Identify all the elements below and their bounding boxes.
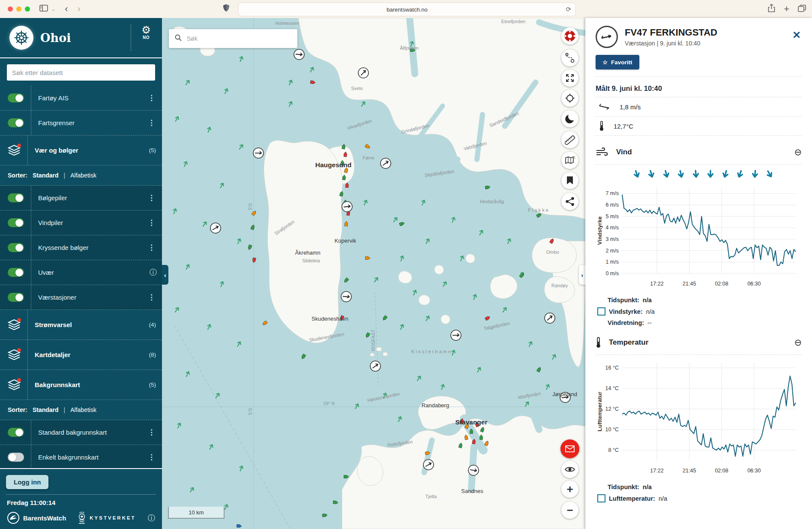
privacy-shield-icon[interactable] [223, 4, 230, 14]
sidebar-item-vindpiler[interactable]: Vindpiler⋮ [0, 210, 162, 235]
toggle-fartsgrenser[interactable] [8, 118, 24, 127]
temp-section-header: Temperatur ⊖ [596, 331, 802, 355]
temp-series-checkbox[interactable] [597, 494, 605, 502]
sidebar-item-enkelt-bakgrunnskart[interactable]: Enkelt bakgrunnskart⋮ [0, 445, 162, 470]
collapse-wind-icon[interactable]: ⊖ [794, 147, 802, 157]
weather-station-marker[interactable] [253, 148, 264, 158]
sidebar-item-fartsgrenser[interactable]: Fartsgrenser⋮ [0, 111, 162, 135]
zoom-in-button[interactable]: + [561, 481, 578, 498]
sidebar-item-b-lgepiler[interactable]: Bølgepiler⋮ [0, 186, 162, 210]
sort-option-alfabetisk[interactable]: Alfabetisk [70, 406, 96, 413]
bookmark-button[interactable] [561, 172, 578, 189]
contact-mail-button[interactable] [560, 439, 579, 458]
weather-station-marker[interactable] [451, 330, 461, 340]
login-button[interactable]: Logg inn [6, 475, 48, 489]
sort-option-standard[interactable]: Standard [33, 406, 59, 413]
route-button[interactable] [561, 49, 578, 66]
kebab-menu-icon[interactable]: ⋮ [148, 453, 155, 462]
footer-info-icon[interactable]: ⓘ [148, 513, 155, 523]
back-button[interactable]: ‹ [65, 3, 68, 15]
search-icon [175, 34, 182, 43]
url-bar[interactable]: barentswatch.no ⟳ [238, 3, 576, 16]
kebab-menu-icon[interactable]: ⋮ [148, 118, 155, 127]
weather-station-marker[interactable] [545, 313, 555, 323]
screen: ⌄ ‹ › barentswatch.no ⟳ + [0, 0, 812, 529]
sidebar-item-v-rstasjoner[interactable]: Værstasjoner⋮ [0, 285, 162, 310]
zoom-out-button[interactable]: − [561, 502, 578, 519]
sidebar-section-bakgrunnskart[interactable]: Bakgrunnskart(5) [0, 370, 162, 400]
barentswatch-logo[interactable]: BarentsWatch [7, 511, 66, 524]
kebab-menu-icon[interactable]: ⋮ [148, 93, 155, 102]
toggle-fart-y-ais[interactable] [8, 93, 24, 102]
fullscreen-button[interactable] [561, 69, 578, 87]
weather-station-marker[interactable] [342, 201, 352, 212]
kebab-menu-icon[interactable]: ⋮ [148, 193, 155, 202]
svg-text:4 m/s: 4 m/s [605, 225, 619, 231]
sidebar-section-kartdetaljer[interactable]: Kartdetaljer(8) [0, 340, 162, 370]
sorter-label: Sorter: [8, 406, 27, 413]
map-legend-button[interactable]: ? [561, 152, 578, 169]
window-minimize-button[interactable] [16, 6, 21, 12]
ohoi-logo[interactable] [9, 26, 33, 50]
window-close-button[interactable] [8, 6, 13, 12]
direction-arrow-icon [751, 170, 759, 180]
tab-overview-icon[interactable] [798, 5, 806, 14]
new-tab-button[interactable]: + [784, 3, 789, 15]
sidebar-item-uv-r[interactable]: Uværⓘ [0, 260, 162, 285]
sidebar-item-kryssende-b-lger[interactable]: Kryssende bølger⋮ [0, 235, 162, 260]
toggle-uv-r[interactable] [8, 268, 24, 277]
kystverket-logo[interactable]: KYSTVERKET [77, 511, 135, 524]
weather-station-marker[interactable] [468, 465, 479, 475]
sidebar-item-fart-y-ais[interactable]: Fartøy AIS⋮ [0, 86, 162, 111]
map-search-input[interactable] [186, 35, 297, 42]
chevron-down-icon[interactable]: ⌄ [51, 6, 55, 12]
sort-option-alfabetisk[interactable]: Alfabetisk [70, 172, 96, 179]
weather-station-marker[interactable] [381, 158, 391, 168]
weather-station-marker[interactable] [341, 292, 351, 302]
share-map-button[interactable] [561, 193, 578, 210]
visibility-button[interactable] [561, 461, 578, 478]
sidebar-section-v-r-og-b-lger[interactable]: Vær og bølger(5) [0, 135, 162, 165]
share-icon[interactable] [768, 4, 775, 14]
weather-station-marker[interactable] [294, 49, 304, 60]
sort-option-standard[interactable]: Standard [33, 172, 59, 179]
wind-series-checkbox[interactable] [597, 307, 605, 316]
dataset-search-input[interactable] [7, 64, 155, 81]
kystverket-emblem-icon [77, 511, 87, 524]
toggle-vindpiler[interactable] [8, 218, 24, 227]
collapse-sidebar-handle[interactable]: ‹ [162, 265, 168, 285]
kebab-menu-icon[interactable]: ⋮ [148, 218, 155, 227]
toggle-standard-bakgrunnskart[interactable] [8, 428, 24, 437]
kebab-menu-icon[interactable]: ⋮ [148, 293, 155, 302]
toggle-b-lgepiler[interactable] [8, 193, 24, 202]
collapse-temp-icon[interactable]: ⊖ [794, 337, 802, 348]
weather-station-marker[interactable] [370, 361, 381, 371]
toggle-kryssende-b-lger[interactable] [8, 243, 24, 252]
emergency-button[interactable] [561, 27, 578, 45]
sidebar-toggle-icon[interactable] [39, 5, 48, 14]
settings-button[interactable]: ⚙ NO [136, 25, 156, 40]
dark-mode-button[interactable] [561, 110, 578, 127]
forward-button[interactable]: › [78, 3, 81, 15]
url-text: barentswatch.no [387, 6, 427, 13]
sidebar-item-standard-bakgrunnskart[interactable]: Standard bakgrunnskart⋮ [0, 420, 162, 445]
toggle-enkelt-bakgrunnskart[interactable] [8, 453, 24, 462]
weather-station-marker[interactable] [210, 223, 221, 233]
toggle-v-rstasjoner[interactable] [8, 293, 24, 302]
info-icon[interactable]: ⓘ [150, 268, 157, 277]
close-icon[interactable]: ✕ [792, 29, 801, 41]
refresh-icon[interactable]: ⟳ [566, 6, 571, 13]
collapse-panel-handle[interactable]: › [579, 265, 585, 285]
favorite-button[interactable]: ☆ Favoritt [596, 55, 639, 69]
window-zoom-button[interactable] [25, 6, 30, 12]
kebab-menu-icon[interactable]: ⋮ [148, 428, 155, 437]
weather-station-marker[interactable] [358, 68, 369, 78]
measure-button[interactable] [561, 131, 578, 148]
kebab-menu-icon[interactable]: ⋮ [148, 243, 155, 252]
locate-button[interactable] [561, 90, 578, 107]
map-canvas[interactable]: HolmeosenEtnefjordenÅlfjordenSveloViksef… [162, 18, 585, 529]
svg-text:3 m/s: 3 m/s [605, 236, 619, 242]
map-question-icon: ? [565, 155, 575, 165]
weather-station-marker[interactable] [423, 460, 434, 470]
sidebar-section-str-mvarsel[interactable]: Strømvarsel(4) [0, 310, 162, 340]
